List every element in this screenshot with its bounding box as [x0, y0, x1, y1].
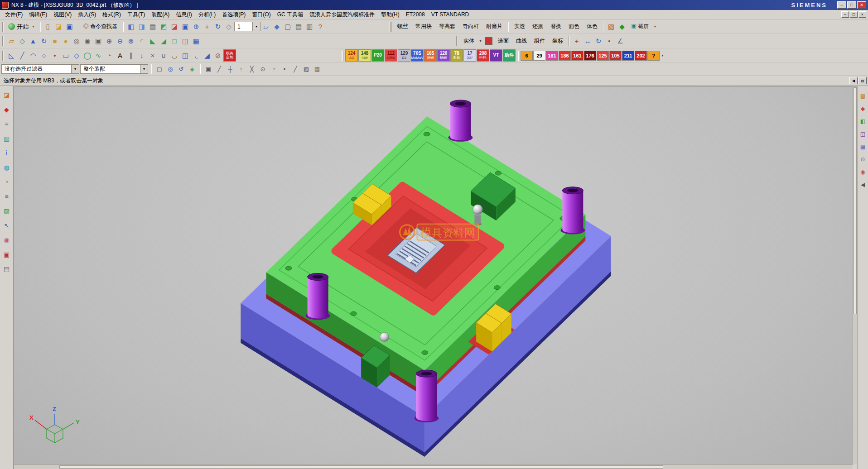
menu-item[interactable]: 分析(L) [195, 10, 219, 19]
point-on-face-snap-icon[interactable]: ▨ [301, 64, 311, 74]
intersect-icon[interactable]: ⊗ [125, 36, 136, 47]
guide-pin-right[interactable] [560, 187, 585, 234]
menu-item[interactable]: 插入(S) [75, 10, 99, 19]
trim-body-icon[interactable]: ◫ [180, 36, 191, 47]
new-file-icon[interactable]: ▯ [43, 21, 53, 32]
fastener-tool-button[interactable]: 导向杆 [459, 21, 482, 32]
offset-curve-icon[interactable]: ∥ [125, 50, 136, 61]
existing-point-snap-icon[interactable]: • [280, 64, 289, 74]
color-swatch[interactable] [485, 37, 492, 45]
toolbar-grip[interactable] [456, 36, 458, 46]
selection-mode-button[interactable]: 组件 [530, 35, 549, 47]
chamfer-curve-icon[interactable]: ◢ [202, 50, 212, 61]
standard-part-button[interactable]: 176 [584, 51, 596, 61]
revolve-icon[interactable]: ↻ [39, 36, 49, 47]
mirror-curve-icon[interactable]: ◫ [180, 50, 191, 61]
capture-caret-icon[interactable]: ▾ [652, 22, 657, 32]
solid-caret-icon[interactable]: ▾ [478, 36, 483, 46]
arc-icon[interactable]: ◠ [28, 50, 39, 61]
menu-item[interactable]: 编辑(E) [26, 10, 50, 19]
information-icon[interactable]: i [2, 148, 12, 158]
menu-item[interactable]: 流浪人异乡国度汽模标准件 [306, 10, 378, 19]
extrude-icon[interactable]: ▲ [28, 36, 39, 47]
material-shortcut-button[interactable]: 208 中托 [477, 49, 489, 62]
standard-part-button[interactable]: 181 [546, 51, 558, 61]
selection-mode-button[interactable]: 曲线 [512, 35, 530, 47]
subtract-icon[interactable]: ⊖ [115, 36, 125, 47]
start-button[interactable]: 开始 ▾ [6, 21, 38, 33]
previous-selection-icon[interactable]: ↺ [176, 64, 186, 74]
combo-caret-icon[interactable]: ▾ [252, 22, 260, 31]
shaded-view-icon[interactable]: ◨ [136, 21, 147, 32]
fastener-tool-button[interactable]: 常用块 [412, 21, 435, 32]
combo-caret-icon[interactable]: ▾ [140, 65, 148, 73]
mdi-restore-button[interactable]: □ [850, 11, 858, 18]
cascade-windows-icon[interactable]: ▥ [304, 21, 315, 32]
rotate-view-icon[interactable]: ↻ [212, 21, 223, 32]
material-shortcut-button[interactable]: 70S MoMoV [411, 49, 424, 62]
material-shortcut-button[interactable]: 165 油钢 [424, 49, 437, 62]
display-tool-button[interactable]: 还原 [529, 21, 547, 32]
standard-part-button[interactable]: 29 [533, 51, 545, 61]
standard-part-button[interactable]: 125 [597, 51, 609, 61]
history-palette-icon[interactable]: ⊙ [858, 155, 867, 163]
toolbar-grip[interactable] [341, 51, 343, 61]
menu-item[interactable]: 装配(A) [148, 10, 173, 19]
fillet-icon[interactable]: ◟ [191, 50, 202, 61]
polygon-icon[interactable]: ◇ [71, 50, 82, 61]
standard-part-button[interactable]: 161 [571, 51, 583, 61]
toolbox-icon[interactable]: ◪ [2, 90, 12, 100]
close-button[interactable]: ✕ [857, 1, 866, 9]
material-palette-icon[interactable]: ▧ [606, 21, 617, 32]
selection-mode-button[interactable]: 坐标 [549, 35, 567, 47]
menu-item[interactable]: 格式(R) [99, 10, 124, 19]
rectangle-icon[interactable]: ▭ [60, 50, 71, 61]
open-file-icon[interactable]: ◪ [53, 21, 64, 32]
zoom-view-icon[interactable]: ⊕ [191, 21, 202, 32]
rotate-object-icon[interactable]: ↻ [593, 36, 604, 47]
measure-icon[interactable]: ∠ [615, 36, 626, 47]
endpoint-snap-icon[interactable]: ╱ [214, 64, 224, 74]
snap-point-icon[interactable]: ▣ [203, 64, 213, 74]
color-palette-icon[interactable]: ▨ [2, 206, 12, 216]
wcs-dynamics-icon[interactable]: + [571, 36, 582, 47]
point-icon[interactable]: • [49, 50, 60, 61]
selection-filter-combo[interactable]: 没有选择过滤器 ▾ [1, 64, 79, 74]
point-on-curve-snap-icon[interactable]: ╱ [290, 64, 300, 74]
work-layer-combo[interactable]: 1 ▾ [234, 22, 260, 31]
studio-view-icon[interactable]: ◩ [158, 21, 169, 32]
display-diamond-icon[interactable]: ◆ [617, 21, 627, 32]
graphics-viewport[interactable]: 模具资料网 X Y Z [14, 86, 857, 469]
selection-mode-button[interactable]: 选面 [494, 35, 512, 47]
sprue-ball-bottom[interactable] [380, 332, 389, 341]
toolbar-grip[interactable] [2, 51, 4, 61]
toolbar-grip[interactable] [2, 22, 4, 32]
3d-scene[interactable]: 模具资料网 X Y Z [14, 86, 853, 464]
draft-icon[interactable]: ◢ [158, 36, 169, 47]
conic-icon[interactable]: ◔ [104, 50, 115, 61]
toolbar-grip[interactable] [390, 22, 392, 32]
sketch-icon[interactable]: ▱ [6, 36, 17, 47]
profile-icon[interactable]: ◺ [6, 50, 17, 61]
save-icon[interactable]: ▣ [64, 21, 75, 32]
perspective-view-icon[interactable]: ◇ [223, 21, 234, 32]
menu-item[interactable]: 工具(T) [124, 10, 148, 19]
line-icon[interactable]: ╱ [17, 50, 28, 61]
standard-part-button[interactable]: 186 [559, 51, 571, 61]
vertical-scrollbar[interactable] [853, 86, 857, 464]
maximize-button[interactable]: □ [847, 1, 856, 9]
control-point-snap-icon[interactable]: ↑ [236, 64, 246, 74]
cylinder-icon[interactable]: ● [60, 36, 71, 47]
trim-curve-icon[interactable]: ⊘ [212, 50, 223, 61]
fastener-tool-button[interactable]: 螺丝 [394, 21, 412, 32]
menu-item[interactable]: 文件(F) [2, 10, 26, 19]
material-shortcut-button[interactable]: 112 CRB [385, 49, 397, 62]
select-pointer-icon[interactable]: ↖ [2, 220, 12, 230]
reuse-library-icon[interactable]: ◫ [858, 129, 867, 138]
highlight-selection-icon[interactable]: ◎ [165, 64, 175, 74]
part-navigator-icon[interactable]: ◧ [858, 117, 867, 125]
trimetric-view-icon[interactable]: ◆ [271, 21, 282, 32]
screens-icon[interactable]: ▤ [2, 264, 12, 274]
chamfer-icon[interactable]: ◣ [147, 36, 158, 47]
mdi-minimize-button[interactable]: – [841, 11, 849, 18]
